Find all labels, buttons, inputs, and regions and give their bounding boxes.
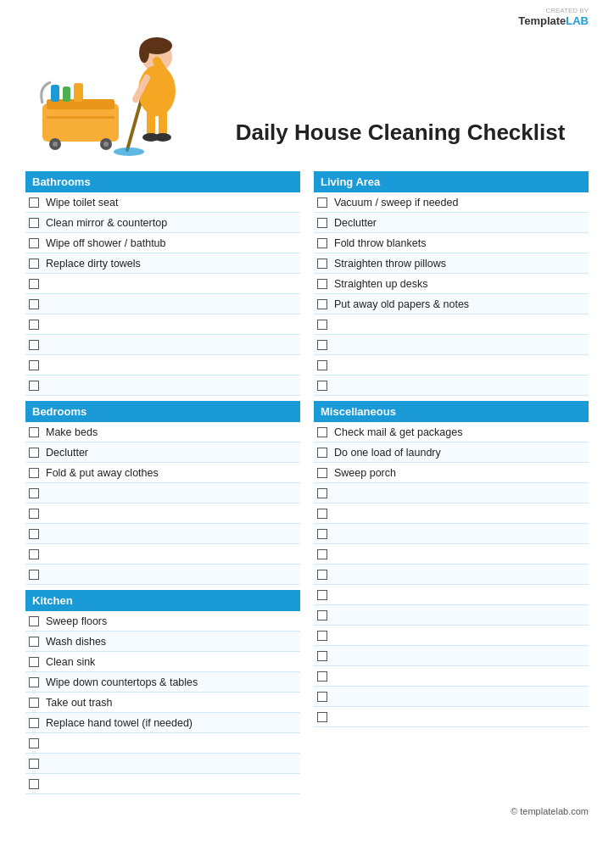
- svg-point-11: [114, 147, 144, 156]
- list-item: [314, 524, 589, 544]
- list-item: [314, 355, 589, 376]
- checkbox[interactable]: [29, 718, 39, 728]
- checklist-kitchen: Sweep floors Wash dishes Clean sink Wipe…: [25, 611, 300, 794]
- checkbox[interactable]: [317, 238, 327, 248]
- checkbox[interactable]: [29, 360, 39, 370]
- checkbox[interactable]: [29, 198, 39, 208]
- checkbox[interactable]: [317, 549, 327, 559]
- checkbox[interactable]: [317, 610, 327, 620]
- list-item: Vacuum / sweep if needed: [314, 192, 589, 213]
- checkbox[interactable]: [29, 570, 39, 580]
- checkbox[interactable]: [29, 320, 39, 330]
- title-block: Daily House Cleaning Checklist: [212, 120, 589, 163]
- list-item: [314, 314, 589, 335]
- list-item: Declutter: [314, 213, 589, 233]
- list-item: [25, 483, 300, 504]
- list-item: [25, 754, 300, 774]
- svg-rect-8: [63, 86, 70, 102]
- checkbox[interactable]: [29, 549, 39, 559]
- footer: © templatelab.com: [25, 799, 589, 816]
- checkbox[interactable]: [29, 759, 39, 769]
- checkbox[interactable]: [29, 529, 39, 539]
- item-text: Sweep porch: [334, 467, 585, 479]
- list-item: [25, 314, 300, 335]
- checkbox[interactable]: [29, 637, 39, 647]
- checkbox[interactable]: [317, 631, 327, 641]
- checkbox[interactable]: [29, 299, 39, 309]
- item-text: Wipe off shower / bathtub: [46, 237, 297, 249]
- list-item: [25, 544, 300, 565]
- checklist-bathrooms: Wipe toilet seat Clean mirror & countert…: [25, 192, 300, 396]
- checkbox[interactable]: [317, 570, 327, 580]
- checkbox[interactable]: [29, 238, 39, 248]
- list-item: Sweep floors: [25, 611, 300, 632]
- list-item: Put away old papers & notes: [314, 294, 589, 314]
- section-bedrooms: Bedrooms Make beds Declutter Fold & put …: [25, 401, 300, 585]
- svg-point-21: [154, 133, 171, 142]
- checkbox[interactable]: [317, 360, 327, 370]
- checkbox[interactable]: [317, 529, 327, 539]
- section-kitchen: Kitchen Sweep floors Wash dishes Clean s…: [25, 590, 300, 794]
- checkbox[interactable]: [317, 468, 327, 478]
- checkbox[interactable]: [317, 279, 327, 289]
- checkbox[interactable]: [317, 488, 327, 498]
- checkbox[interactable]: [29, 427, 39, 437]
- checkbox[interactable]: [317, 712, 327, 722]
- list-item: Check mail & get packages: [314, 422, 589, 442]
- logo-block: CREATED BY TemplateLAB: [518, 7, 589, 27]
- checkbox[interactable]: [317, 651, 327, 661]
- checkbox[interactable]: [29, 259, 39, 269]
- checkbox[interactable]: [317, 671, 327, 682]
- list-item: Take out trash: [25, 693, 300, 713]
- list-item: [25, 376, 300, 396]
- item-text: Sweep floors: [46, 615, 297, 627]
- illustration: [25, 10, 212, 163]
- page: CREATED BY TemplateLAB: [0, 0, 614, 868]
- checkbox[interactable]: [29, 677, 39, 687]
- checkbox[interactable]: [317, 198, 327, 208]
- list-item: [314, 707, 589, 727]
- checkbox[interactable]: [29, 779, 39, 789]
- footer-text: © templatelab.com: [511, 806, 589, 816]
- item-text: Check mail & get packages: [334, 426, 585, 438]
- checkbox[interactable]: [29, 340, 39, 350]
- item-text: Wipe toilet seat: [46, 197, 297, 209]
- checkbox[interactable]: [29, 509, 39, 519]
- list-item: Wipe off shower / bathtub: [25, 233, 300, 253]
- list-item: Fold & put away clothes: [25, 463, 300, 483]
- brand-name: TemplateLAB: [518, 14, 589, 27]
- checkbox[interactable]: [317, 340, 327, 350]
- checkbox[interactable]: [317, 590, 327, 600]
- checkbox[interactable]: [317, 381, 327, 391]
- list-item: [25, 294, 300, 314]
- checkbox[interactable]: [29, 657, 39, 667]
- item-text: Take out trash: [46, 697, 297, 709]
- item-text: Replace hand towel (if needed): [46, 717, 297, 729]
- checkbox[interactable]: [29, 698, 39, 708]
- item-text: Straighten up desks: [334, 278, 585, 290]
- checkbox[interactable]: [317, 509, 327, 519]
- list-item: Clean sink: [25, 652, 300, 672]
- list-item: Fold throw blankets: [314, 233, 589, 253]
- checkbox[interactable]: [317, 218, 327, 228]
- checkbox[interactable]: [29, 468, 39, 478]
- list-item: Clean mirror & countertop: [25, 213, 300, 233]
- checkbox[interactable]: [317, 692, 327, 702]
- checkbox[interactable]: [29, 488, 39, 498]
- checkbox[interactable]: [317, 320, 327, 330]
- checkbox[interactable]: [29, 616, 39, 626]
- checkbox[interactable]: [29, 381, 39, 391]
- list-item: Straighten up desks: [314, 274, 589, 294]
- checkbox[interactable]: [317, 259, 327, 269]
- list-item: [25, 504, 300, 524]
- checkbox[interactable]: [317, 299, 327, 309]
- checkbox[interactable]: [29, 279, 39, 289]
- checkbox[interactable]: [29, 218, 39, 228]
- item-text: Declutter: [334, 217, 585, 229]
- checkbox[interactable]: [317, 448, 327, 458]
- checkbox[interactable]: [29, 448, 39, 458]
- list-item: [314, 504, 589, 524]
- checkbox[interactable]: [29, 738, 39, 748]
- item-text: Vacuum / sweep if needed: [334, 197, 585, 209]
- checkbox[interactable]: [317, 427, 327, 437]
